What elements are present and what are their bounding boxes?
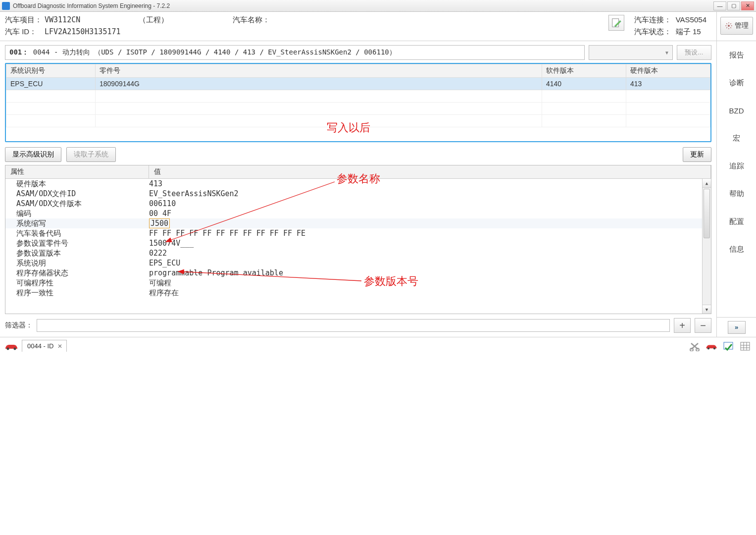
prop-row[interactable]: 程序存储器状态programmable Program available — [5, 268, 711, 278]
svg-point-6 — [690, 348, 693, 351]
cell-sw: 4140 — [542, 78, 626, 90]
car-icon-small[interactable] — [705, 340, 718, 352]
maximize-button[interactable]: ▢ — [727, 1, 740, 10]
proj-label: 汽车项目： — [5, 14, 45, 26]
prop-val: 413 — [149, 179, 711, 188]
prop-row[interactable]: ASAM/ODX文件IDEV_SteerAssisNSKGen2 — [5, 189, 711, 199]
col-sysid: 系统识别号 — [6, 64, 96, 78]
preset-button[interactable]: 预设... — [677, 45, 711, 60]
update-button[interactable]: 更新 — [683, 147, 711, 162]
prop-val: J500 — [149, 218, 711, 228]
conn-label: 汽车连接： — [634, 15, 671, 24]
side-tab-3[interactable]: 宏 — [717, 124, 756, 152]
scroll-down-button[interactable]: ▼ — [703, 305, 711, 314]
filter-remove-button[interactable]: − — [695, 318, 711, 333]
cut-icon[interactable] — [688, 340, 702, 352]
filter-add-button[interactable]: + — [674, 318, 691, 333]
col-part: 零件号 — [96, 64, 542, 78]
side-tab-4[interactable]: 追踪 — [717, 152, 756, 180]
grid-icon[interactable] — [738, 340, 752, 352]
filter-label: 筛选器： — [5, 321, 33, 330]
prop-row[interactable]: 系统说明EPS_ECU — [5, 258, 711, 268]
side-tab-2[interactable]: BZD — [717, 97, 756, 124]
prop-row[interactable]: 参数设置零件号150074V___ — [5, 238, 711, 248]
side-tabs: 报告诊断BZD宏追踪帮助配置信息 » — [716, 41, 756, 337]
edit-note-button[interactable] — [608, 15, 624, 31]
prop-attr: 系统说明 — [5, 259, 149, 268]
manage-label: 管理 — [735, 21, 749, 30]
prop-row[interactable]: 可编程序性可编程 — [5, 278, 711, 288]
svg-point-9 — [713, 347, 715, 349]
prop-val: 006110 — [149, 199, 711, 208]
side-tab-0[interactable]: 报告 — [717, 41, 756, 69]
properties-table: 属性 值 硬件版本413ASAM/ODX文件IDEV_SteerAssisNSK… — [5, 165, 711, 314]
prop-attr: 参数设置零件号 — [5, 239, 149, 248]
svg-point-4 — [7, 347, 9, 350]
svg-rect-11 — [741, 342, 750, 350]
side-expand-button[interactable]: » — [728, 321, 746, 334]
prop-attr: ASAM/ODX文件ID — [5, 189, 149, 199]
gear-icon — [725, 22, 733, 30]
variant-combo[interactable]: ▼ — [589, 45, 673, 60]
conn-value: VAS5054 — [676, 15, 706, 24]
prop-row[interactable]: ASAM/ODX文件版本006110 — [5, 199, 711, 209]
checklist-icon[interactable] — [721, 340, 735, 352]
bottom-tab-label: 0044 - ID — [27, 342, 53, 350]
cell-hw: 413 — [626, 78, 710, 90]
table-header-row: 系统识别号 零件号 软件版本 硬件版本 — [6, 64, 710, 78]
svg-point-8 — [707, 347, 709, 349]
window-title: Offboard Diagnostic Information System E… — [13, 2, 713, 9]
prop-row[interactable]: 硬件版本413 — [5, 179, 711, 189]
chevron-down-icon: ▼ — [664, 50, 669, 55]
side-tab-5[interactable]: 帮助 — [717, 180, 756, 208]
manage-button[interactable]: 管理 — [720, 17, 753, 35]
minimize-button[interactable]: — — [713, 1, 726, 10]
scroll-thumb[interactable] — [704, 189, 710, 238]
state-label: 汽车状态： — [634, 27, 671, 36]
prop-attr: 程序存储器状态 — [5, 268, 149, 278]
prop-row[interactable]: 编码00 4F — [5, 209, 711, 218]
prop-val: 0222 — [149, 249, 711, 258]
table-row[interactable]: EPS_ECU 180909144G 4140 413 — [6, 78, 710, 90]
state-value: 端子 15 — [676, 27, 701, 36]
prop-attr: ASAM/ODX文件版本 — [5, 199, 149, 209]
name-label: 汽车名称： — [233, 14, 270, 26]
read-subsystem-button[interactable]: 读取子系统 — [66, 147, 116, 162]
tab-close-icon[interactable]: ✕ — [57, 343, 62, 350]
system-id-table-frame: 系统识别号 零件号 软件版本 硬件版本 EPS_ECU 180909144G 4… — [5, 63, 711, 142]
scroll-up-button[interactable]: ▲ — [703, 179, 711, 188]
app-icon — [2, 2, 10, 10]
prop-val: EPS_ECU — [149, 259, 711, 268]
prop-row[interactable]: 参数设置版本0222 — [5, 248, 711, 258]
close-button[interactable]: ✕ — [741, 1, 754, 10]
prop-attr: 硬件版本 — [5, 179, 149, 189]
props-col-val: 值 — [149, 165, 711, 178]
show-advanced-id-button[interactable]: 显示高级识别 — [5, 147, 61, 162]
prop-row[interactable]: 系统缩写J500 — [5, 218, 711, 228]
path-prefix: 001： — [9, 48, 29, 57]
side-tab-6[interactable]: 配置 — [717, 208, 756, 235]
filter-input[interactable] — [37, 319, 670, 332]
ecu-path-field[interactable]: 001： 0044 - 动力转向 （UDS / ISOTP / 18090914… — [5, 45, 585, 60]
bottom-tab[interactable]: 0044 - ID ✕ — [22, 340, 67, 352]
prop-val: 150074V___ — [149, 239, 711, 248]
cell-sys: EPS_ECU — [6, 78, 96, 90]
path-text: 0044 - 动力转向 （UDS / ISOTP / 180909144G / … — [33, 48, 396, 57]
col-sw: 软件版本 — [542, 64, 626, 78]
prop-val: EV_SteerAssisNSKGen2 — [149, 189, 711, 198]
note-pencil-icon — [611, 17, 622, 28]
side-tab-7[interactable]: 信息 — [717, 235, 756, 263]
prop-val: FF FF FF FF FF FF FF FF FF FF FF FE — [149, 229, 711, 238]
prop-row[interactable]: 程序一致性程序存在 — [5, 288, 711, 298]
prop-val: 00 4F — [149, 209, 711, 218]
prop-val: 程序存在 — [149, 288, 711, 298]
props-scrollbar[interactable]: ▲ ▼ — [702, 179, 711, 314]
bottom-tab-bar: 0044 - ID ✕ — [0, 337, 756, 352]
prop-attr: 可编程序性 — [5, 278, 149, 288]
prop-row[interactable]: 汽车装备代码FF FF FF FF FF FF FF FF FF FF FF F… — [5, 228, 711, 238]
svg-point-1 — [728, 25, 730, 27]
side-tab-1[interactable]: 诊断 — [717, 69, 756, 97]
prop-val: programmable Program available — [149, 268, 711, 277]
cell-part: 180909144G — [96, 78, 542, 90]
id-label: 汽车 ID： — [5, 26, 45, 38]
